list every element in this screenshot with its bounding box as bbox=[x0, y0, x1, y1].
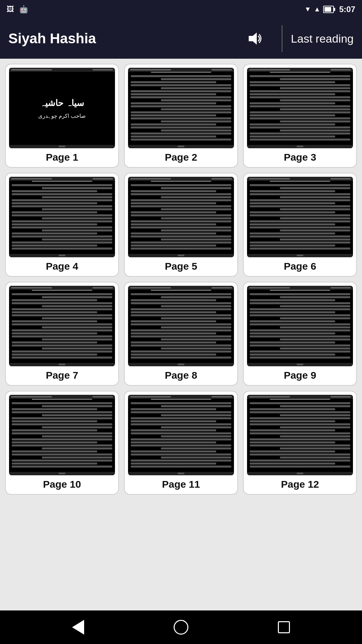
last-reading-button[interactable]: Last reading bbox=[291, 32, 354, 45]
page-card-3[interactable]: Page 3 bbox=[243, 64, 357, 168]
thumb-text-line bbox=[280, 87, 350, 89]
page-label-8: Page 8 bbox=[165, 370, 197, 381]
page-card-9[interactable]: Page 9 bbox=[243, 282, 357, 386]
page-card-8[interactable]: Page 8 bbox=[124, 282, 238, 386]
thumb-text-line bbox=[250, 81, 335, 83]
page-label-5: Page 5 bbox=[165, 261, 197, 272]
thumb-text-line bbox=[12, 184, 112, 186]
thumb-text-line bbox=[131, 132, 231, 135]
thumb-text-line bbox=[250, 354, 335, 356]
thumb-text-line bbox=[280, 120, 350, 122]
thumb-text-line bbox=[161, 120, 231, 122]
thumb-text-line bbox=[161, 426, 231, 428]
thumb-text-line bbox=[12, 463, 97, 465]
thumb-text-line bbox=[131, 214, 231, 216]
thumb-text-line bbox=[42, 338, 112, 340]
thumb-text-line bbox=[131, 460, 231, 462]
thumb-text-line bbox=[250, 411, 350, 413]
thumb-text-line bbox=[161, 196, 231, 198]
page-card-6[interactable]: Page 6 bbox=[243, 173, 357, 277]
thumb-text-line bbox=[131, 102, 216, 104]
thumb-text-content bbox=[9, 395, 115, 475]
page-card-5[interactable]: Page 5 bbox=[124, 173, 238, 277]
thumb-text-line bbox=[12, 248, 112, 250]
page-card-2[interactable]: Page 2 bbox=[124, 64, 238, 168]
app-title: Siyah Hashia bbox=[8, 31, 243, 47]
thumb-text-line bbox=[12, 402, 112, 404]
page-card-10[interactable]: Page 10 bbox=[5, 391, 119, 495]
page-card-1[interactable]: سیاہ حاشیہ صاحب اکرم چوہدری Page 1 bbox=[5, 64, 119, 168]
recents-button[interactable] bbox=[274, 617, 294, 637]
thumb-text-line bbox=[131, 417, 231, 419]
thumb-text-line bbox=[12, 335, 112, 337]
back-button[interactable] bbox=[68, 617, 88, 637]
thumb-text-line bbox=[161, 78, 231, 80]
thumb-text-line bbox=[131, 351, 231, 353]
thumb-text-line bbox=[280, 414, 350, 416]
page-card-11[interactable]: Page 11 bbox=[124, 391, 238, 495]
thumb-text-line bbox=[250, 438, 350, 440]
thumb-text-line bbox=[250, 311, 335, 313]
thumb-text-line bbox=[250, 417, 350, 419]
thumb-text-line bbox=[12, 411, 112, 413]
thumb-text-line bbox=[131, 81, 216, 83]
main-content: سیاہ حاشیہ صاحب اکرم چوہدری Page 1Page 2… bbox=[0, 59, 362, 610]
sound-icon bbox=[246, 30, 263, 47]
thumb-text-line bbox=[131, 111, 231, 113]
thumb-text-content bbox=[9, 286, 115, 366]
thumb-text-line bbox=[131, 226, 231, 228]
page-card-7[interactable]: Page 7 bbox=[5, 282, 119, 386]
photo-icon: 🖼 bbox=[7, 5, 14, 14]
page-card-4[interactable]: Page 4 bbox=[5, 173, 119, 277]
thumb-text-line bbox=[12, 466, 112, 468]
thumb-top-bar bbox=[9, 177, 115, 181]
thumb-text-line bbox=[12, 450, 97, 452]
thumb-text-line bbox=[131, 199, 231, 201]
thumb-text-line bbox=[250, 314, 350, 316]
thumb-text-line bbox=[12, 214, 112, 216]
sound-button[interactable] bbox=[243, 27, 266, 50]
thumb-text-line bbox=[280, 326, 350, 328]
thumb-text-line bbox=[42, 238, 112, 240]
thumb-text-line bbox=[131, 93, 216, 95]
thumb-text-line bbox=[250, 432, 350, 434]
page-thumbnail-3 bbox=[247, 68, 353, 148]
thumb-text-line bbox=[131, 105, 231, 107]
thumb-text-line bbox=[250, 357, 350, 359]
thumb-text-line bbox=[131, 429, 216, 431]
thumb-text-line bbox=[42, 447, 112, 449]
status-bar-right: ▼ ▲ 5:07 bbox=[304, 5, 355, 14]
thumb-bottom-bar bbox=[128, 472, 234, 475]
thumb-text-line bbox=[280, 296, 350, 298]
thumb-text-line bbox=[42, 317, 112, 319]
thumb-text-line bbox=[250, 214, 350, 216]
thumb-text-line bbox=[131, 357, 231, 359]
thumb-text-line bbox=[12, 329, 112, 331]
thumb-bottom-bar bbox=[9, 254, 115, 257]
thumb-text-line bbox=[131, 335, 231, 337]
thumb-text-line bbox=[12, 205, 112, 207]
page-card-12[interactable]: Page 12 bbox=[243, 391, 357, 495]
page-label-10: Page 10 bbox=[43, 479, 81, 490]
status-bar: 🖼 🤖 ▼ ▲ 5:07 bbox=[0, 0, 362, 18]
status-bar-left: 🖼 🤖 bbox=[7, 5, 28, 14]
thumb-text-line bbox=[250, 323, 350, 325]
thumb-cover-content: سیاہ حاشیہ صاحب اکرم چوہدری bbox=[9, 68, 115, 148]
page-thumbnail-9 bbox=[247, 286, 353, 366]
thumb-text-line bbox=[280, 305, 350, 307]
battery-icon bbox=[323, 6, 334, 13]
thumb-text-line bbox=[280, 99, 350, 101]
page-thumbnail-7 bbox=[9, 286, 115, 366]
thumb-text-line bbox=[12, 226, 112, 228]
thumb-text-line bbox=[280, 217, 350, 219]
thumb-text-line bbox=[250, 466, 350, 468]
thumb-text-content bbox=[128, 286, 234, 366]
thumb-text-line bbox=[280, 208, 350, 210]
thumb-text-line bbox=[131, 311, 216, 313]
thumb-text-line bbox=[131, 126, 231, 128]
home-button[interactable] bbox=[171, 617, 191, 637]
thumb-text-line bbox=[250, 223, 335, 225]
thumb-text-line bbox=[12, 190, 97, 192]
thumb-text-line bbox=[250, 184, 350, 186]
thumb-text-line bbox=[131, 223, 216, 225]
